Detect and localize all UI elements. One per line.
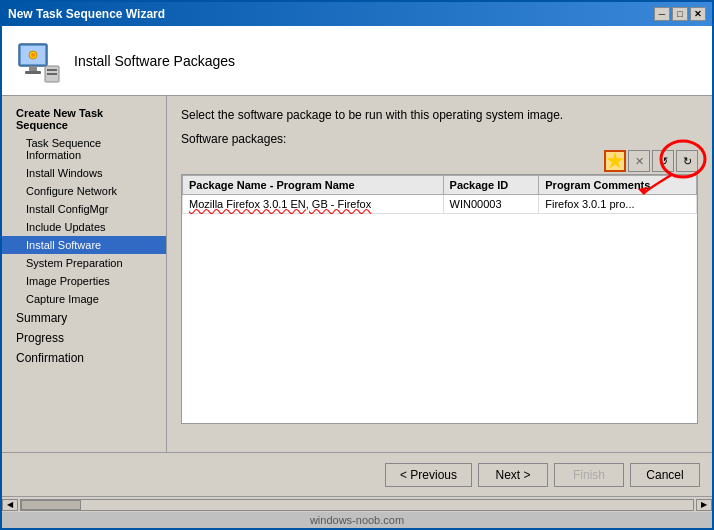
wizard-body: Create New Task Sequence Task Sequence I… xyxy=(2,96,712,452)
sidebar-item-progress[interactable]: Progress xyxy=(2,328,166,348)
wizard-header-title: Install Software Packages xyxy=(74,53,235,69)
wizard-header: Install Software Packages xyxy=(2,26,712,96)
sidebar-item-system-preparation[interactable]: System Preparation xyxy=(2,254,166,272)
maximize-button[interactable]: □ xyxy=(672,7,688,21)
wizard-window: New Task Sequence Wizard ─ □ ✕ xyxy=(0,0,714,530)
col-header-pkg-comments[interactable]: Program Comments xyxy=(539,176,697,195)
up-arrow-icon: ↺ xyxy=(659,155,668,168)
package-toolbar: ✕ ↺ ↻ xyxy=(181,150,698,172)
scroll-track[interactable] xyxy=(20,499,694,511)
move-down-button[interactable]: ↻ xyxy=(676,150,698,172)
sidebar-item-create-new[interactable]: Create New Task Sequence xyxy=(2,104,166,134)
sidebar-item-image-properties[interactable]: Image Properties xyxy=(2,272,166,290)
sidebar-item-confirmation[interactable]: Confirmation xyxy=(2,348,166,368)
sidebar-item-summary[interactable]: Summary xyxy=(2,308,166,328)
minimize-button[interactable]: ─ xyxy=(654,7,670,21)
svg-rect-6 xyxy=(47,73,57,75)
scroll-thumb[interactable] xyxy=(21,500,81,510)
cell-pkg-comments: Firefox 3.0.1 pro... xyxy=(539,195,697,214)
wizard-footer: < Previous Next > Finish Cancel xyxy=(2,452,712,496)
cancel-button[interactable]: Cancel xyxy=(630,463,700,487)
delete-package-button[interactable]: ✕ xyxy=(628,150,650,172)
sidebar-item-install-windows[interactable]: Install Windows xyxy=(2,164,166,182)
scroll-left-arrow[interactable]: ◀ xyxy=(2,499,18,511)
cell-pkg-name: Mozilla Firefox 3.0.1 EN, GB - Firefox xyxy=(183,195,444,214)
software-packages-label: Software packages: xyxy=(181,132,698,146)
sidebar-item-install-configmgr[interactable]: Install ConfigMgr xyxy=(2,200,166,218)
content-description: Select the software package to be run wi… xyxy=(181,108,698,122)
header-icon-container xyxy=(14,37,62,85)
sidebar: Create New Task Sequence Task Sequence I… xyxy=(2,96,167,452)
package-table: Package Name - Program Name Package ID P… xyxy=(182,175,697,214)
window-title: New Task Sequence Wizard xyxy=(8,7,165,21)
sidebar-item-task-sequence-info[interactable]: Task Sequence Information xyxy=(2,134,166,164)
down-arrow-icon: ↻ xyxy=(683,155,692,168)
previous-button[interactable]: < Previous xyxy=(385,463,472,487)
title-bar: New Task Sequence Wizard ─ □ ✕ xyxy=(2,2,712,26)
close-button[interactable]: ✕ xyxy=(690,7,706,21)
title-bar-controls: ─ □ ✕ xyxy=(654,7,706,21)
sidebar-item-configure-network[interactable]: Configure Network xyxy=(2,182,166,200)
svg-point-8 xyxy=(31,53,35,57)
install-packages-icon xyxy=(15,38,61,84)
watermark: windows-noob.com xyxy=(2,512,712,528)
scroll-right-arrow[interactable]: ▶ xyxy=(696,499,712,511)
svg-rect-3 xyxy=(25,71,41,74)
svg-rect-5 xyxy=(47,69,57,71)
bottom-scrollbar[interactable]: ◀ ▶ xyxy=(2,496,712,512)
starburst-icon xyxy=(606,152,624,170)
sidebar-item-include-updates[interactable]: Include Updates xyxy=(2,218,166,236)
finish-button[interactable]: Finish xyxy=(554,463,624,487)
add-package-button[interactable] xyxy=(604,150,626,172)
col-header-pkg-id[interactable]: Package ID xyxy=(443,176,539,195)
cell-pkg-id: WIN00003 xyxy=(443,195,539,214)
sidebar-item-install-software[interactable]: Install Software xyxy=(2,236,166,254)
col-header-pkg-name[interactable]: Package Name - Program Name xyxy=(183,176,444,195)
package-table-container: Package Name - Program Name Package ID P… xyxy=(181,174,698,424)
next-button[interactable]: Next > xyxy=(478,463,548,487)
svg-rect-2 xyxy=(29,66,37,71)
sidebar-item-capture-image[interactable]: Capture Image xyxy=(2,290,166,308)
footer-buttons: < Previous Next > Finish Cancel xyxy=(385,463,700,487)
delete-icon: ✕ xyxy=(635,155,644,168)
table-row[interactable]: Mozilla Firefox 3.0.1 EN, GB - FirefoxWI… xyxy=(183,195,697,214)
move-up-button[interactable]: ↺ xyxy=(652,150,674,172)
main-content: Select the software package to be run wi… xyxy=(167,96,712,452)
table-header-row: Package Name - Program Name Package ID P… xyxy=(183,176,697,195)
